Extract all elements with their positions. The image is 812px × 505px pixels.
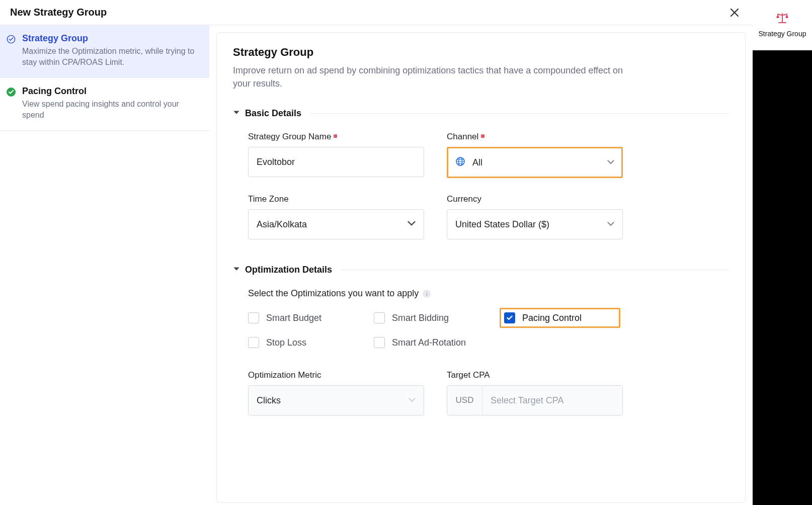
target-cpa-prefix: USD [447, 386, 482, 415]
check-pacing-control[interactable]: Pacing Control [504, 312, 582, 323]
label-name: Strategy Group Name■ [248, 132, 424, 142]
select-opt-metric[interactable]: Clicks [248, 385, 424, 415]
check-label: Smart Budget [266, 313, 321, 323]
opt-prompt: Select the Optimizations you want to app… [248, 288, 419, 299]
label-timezone: Time Zone [248, 194, 424, 204]
rail-label: Strategy Group [759, 30, 806, 39]
check-label: Stop Loss [266, 338, 306, 348]
step-desc: View spend pacing insights and control y… [22, 99, 199, 121]
divider [341, 270, 729, 270]
section-opt-header[interactable]: Optimization Details [233, 265, 729, 275]
form-panel: Strategy Group Improve return on ad spen… [216, 32, 746, 503]
step-desc: Maximize the Optimization metric, while … [22, 46, 199, 68]
scales-icon [775, 12, 789, 26]
check-stop-loss[interactable]: Stop Loss [248, 337, 369, 348]
check-smart-bidding[interactable]: Smart Bidding [374, 312, 495, 323]
check-label: Smart Bidding [392, 313, 449, 323]
check-smart-ad-rotation[interactable]: Smart Ad-Rotation [374, 337, 495, 348]
chevron-down-icon [607, 157, 614, 168]
caret-down-icon [233, 266, 240, 275]
chevron-down-icon [607, 219, 614, 230]
select-timezone[interactable]: Asia/Kolkata [248, 209, 424, 239]
form-title: Strategy Group [233, 46, 729, 59]
step-title: Pacing Control [22, 86, 199, 97]
check-label: Pacing Control [522, 313, 582, 323]
select-timezone-value: Asia/Kolkata [257, 219, 307, 230]
select-channel[interactable]: All [447, 147, 623, 178]
input-strategy-name-wrap [248, 147, 424, 177]
form-desc: Improve return on ad spend by combining … [233, 64, 635, 90]
modal-title: New Strategy Group [10, 7, 107, 18]
section-basic-header[interactable]: Basic Details [233, 108, 729, 119]
label-channel: Channel■ [447, 132, 623, 142]
check-label: Smart Ad-Rotation [392, 338, 466, 348]
right-rail: Strategy Group [753, 0, 812, 505]
close-button[interactable] [726, 5, 743, 21]
label-currency: Currency [447, 194, 623, 204]
label-opt-metric: Optimization Metric [248, 370, 424, 380]
step-title: Strategy Group [22, 33, 199, 44]
target-cpa-field: USD [447, 385, 623, 415]
select-currency[interactable]: United States Dollar ($) [447, 209, 623, 239]
caret-down-icon [233, 109, 240, 118]
check-smart-budget[interactable]: Smart Budget [248, 312, 369, 323]
select-opt-metric-value: Clicks [257, 395, 281, 406]
rail-strategy-group[interactable]: Strategy Group [753, 0, 812, 50]
chevron-down-icon [409, 395, 416, 406]
steps-sidebar: Strategy Group Maximize the Optimization… [0, 25, 209, 505]
section-title: Optimization Details [245, 265, 332, 275]
select-currency-value: United States Dollar ($) [455, 219, 549, 230]
chevron-down-icon [408, 219, 416, 230]
section-title: Basic Details [245, 108, 301, 119]
close-icon [729, 8, 740, 18]
label-target-cpa: Target CPA [447, 370, 623, 380]
step-strategy-group[interactable]: Strategy Group Maximize the Optimization… [0, 25, 209, 78]
input-strategy-name[interactable] [257, 157, 416, 167]
input-target-cpa[interactable] [491, 395, 614, 406]
select-channel-value: All [472, 157, 482, 168]
step-active-icon [6, 34, 16, 44]
step-pacing-control[interactable]: Pacing Control View spend pacing insight… [0, 78, 209, 131]
divider [310, 113, 729, 114]
step-complete-icon [6, 87, 16, 97]
info-icon[interactable]: i [423, 290, 431, 298]
globe-icon [455, 156, 465, 169]
